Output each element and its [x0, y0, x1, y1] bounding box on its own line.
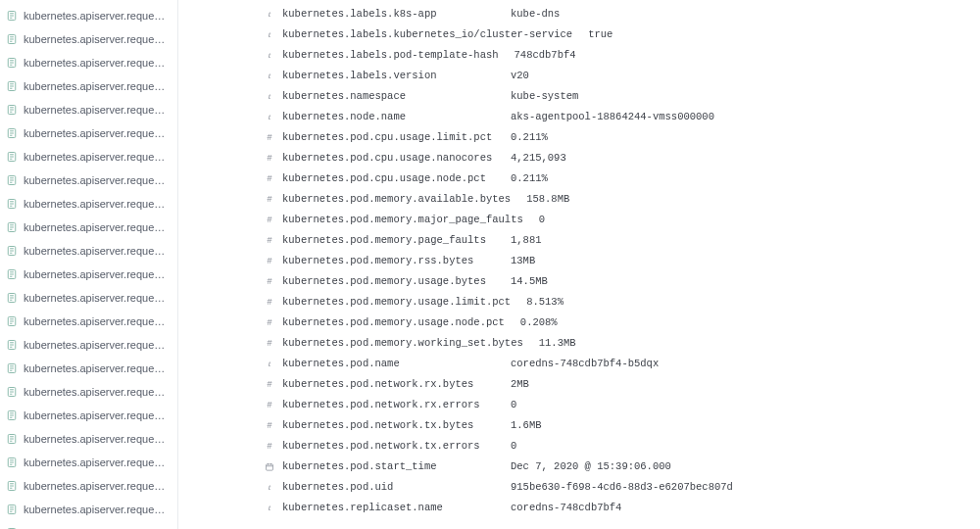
field-row[interactable]: # kubernetes.pod.cpu.usage.limit.pct 0.2… — [265, 127, 980, 148]
field-row[interactable]: # kubernetes.pod.network.tx.errors 0 — [265, 436, 980, 457]
sidebar-field-item[interactable]: kubernetes.apiserver.reque… — [0, 427, 177, 451]
number-type-icon: # — [265, 336, 274, 351]
sidebar-field-item[interactable]: kubernetes.apiserver.reque… — [0, 51, 177, 74]
sidebar-field-item[interactable]: kubernetes.apiserver.reque… — [0, 98, 177, 121]
sidebar-field-item[interactable]: kubernetes.apiserver.reque… — [0, 168, 177, 192]
sidebar-item-label: kubernetes.apiserver.reque… — [24, 78, 170, 94]
field-name: kubernetes.labels.pod-template-hash — [282, 48, 507, 63]
field-value: 11.3MB — [539, 336, 576, 351]
sidebar-field-item[interactable]: kubernetes.apiserver.reque… — [0, 145, 177, 168]
field-name: kubernetes.pod.network.rx.errors — [282, 398, 503, 412]
sidebar-field-item[interactable]: kubernetes.apiserver.reque… — [0, 404, 177, 427]
sidebar-item-label: kubernetes.apiserver.reque… — [24, 455, 170, 470]
field-row[interactable]: t kubernetes.node.name aks-agentpool-188… — [265, 107, 980, 127]
field-row[interactable]: # kubernetes.pod.cpu.usage.nanocores 4,2… — [265, 148, 980, 168]
field-value: 1,881 — [511, 233, 542, 248]
field-row[interactable]: # kubernetes.pod.network.rx.errors 0 — [265, 395, 980, 415]
sidebar-field-item[interactable]: kubernetes.apiserver.reque… — [0, 451, 177, 474]
field-row[interactable]: # kubernetes.pod.memory.available.bytes … — [265, 189, 980, 210]
text-type-icon: t — [265, 27, 274, 42]
field-row[interactable]: t kubernetes.replicaset.name coredns-748… — [265, 498, 980, 518]
field-row[interactable]: t kubernetes.pod.name coredns-748cdb7bf4… — [265, 354, 980, 374]
gutter — [178, 0, 265, 529]
field-row[interactable]: # kubernetes.pod.memory.working_set.byte… — [265, 333, 980, 354]
sidebar-field-item[interactable]: kubernetes.apiserver.reque… — [0, 74, 177, 98]
sidebar-field-item[interactable]: kubernetes.apiserver.reque… — [0, 521, 177, 529]
field-name: kubernetes.pod.memory.working_set.bytes — [282, 336, 531, 351]
sidebar-field-item[interactable]: kubernetes.apiserver.reque… — [0, 333, 177, 357]
field-name: kubernetes.replicaset.name — [282, 501, 503, 515]
field-row[interactable]: # kubernetes.pod.cpu.usage.node.pct 0.21… — [265, 168, 980, 189]
sidebar-field-item[interactable]: kubernetes.apiserver.reque… — [0, 286, 177, 310]
document-icon — [6, 245, 18, 257]
document-icon — [6, 33, 18, 45]
field-name: kubernetes.pod.memory.usage.bytes — [282, 274, 503, 289]
field-value: coredns-748cdb7bf4 — [511, 501, 621, 515]
sidebar-field-item[interactable]: kubernetes.apiserver.reque… — [0, 216, 177, 239]
sidebar-item-label: kubernetes.apiserver.reque… — [24, 125, 170, 141]
sidebar-item-label: kubernetes.apiserver.reque… — [24, 337, 170, 353]
document-icon — [6, 268, 18, 280]
sidebar-item-label: kubernetes.apiserver.reque… — [24, 502, 170, 517]
document-icon — [6, 480, 18, 492]
field-row[interactable]: t kubernetes.labels.kubernetes_io/cluste… — [265, 24, 980, 45]
field-row[interactable]: # kubernetes.pod.memory.page_faults 1,88… — [265, 230, 980, 251]
number-type-icon: # — [265, 418, 274, 433]
document-icon — [6, 457, 18, 468]
text-type-icon: t — [265, 357, 274, 371]
field-name: kubernetes.pod.memory.major_page_faults — [282, 213, 531, 227]
field-value: 14.5MB — [511, 274, 548, 289]
sidebar-field-item[interactable]: kubernetes.apiserver.reque… — [0, 27, 177, 51]
field-name: kubernetes.pod.memory.usage.node.pct — [282, 315, 513, 330]
field-row[interactable]: # kubernetes.pod.memory.rss.bytes 13MB — [265, 251, 980, 271]
document-icon — [6, 198, 18, 210]
date-type-icon — [265, 462, 274, 472]
sidebar-field-item[interactable]: kubernetes.apiserver.reque… — [0, 380, 177, 404]
field-row[interactable]: # kubernetes.pod.memory.major_page_fault… — [265, 210, 980, 230]
sidebar-field-item[interactable]: kubernetes.apiserver.reque… — [0, 357, 177, 380]
field-row[interactable]: # kubernetes.pod.network.tx.bytes 1.6MB — [265, 415, 980, 436]
field-row[interactable]: # kubernetes.pod.memory.usage.bytes 14.5… — [265, 271, 980, 292]
sidebar-field-item[interactable]: kubernetes.apiserver.reque… — [0, 121, 177, 145]
field-name: kubernetes.labels.k8s-app — [282, 7, 503, 22]
field-row[interactable]: t kubernetes.labels.k8s-app kube-dns — [265, 4, 980, 24]
text-type-icon: t — [265, 69, 274, 83]
text-type-icon: t — [265, 89, 274, 104]
sidebar-item-label: kubernetes.apiserver.reque… — [24, 525, 170, 529]
sidebar-item-label: kubernetes.apiserver.reque… — [24, 196, 170, 212]
document-icon — [6, 57, 18, 69]
field-row[interactable]: t kubernetes.labels.pod-template-hash 74… — [265, 45, 980, 66]
sidebar-item-label: kubernetes.apiserver.reque… — [24, 55, 170, 71]
sidebar-field-item[interactable]: kubernetes.apiserver.reque… — [0, 498, 177, 521]
sidebar-field-item[interactable]: kubernetes.apiserver.reque… — [0, 239, 177, 263]
sidebar-item-label: kubernetes.apiserver.reque… — [24, 31, 170, 47]
text-type-icon: t — [265, 110, 274, 124]
sidebar-item-label: kubernetes.apiserver.reque… — [24, 408, 170, 423]
text-type-icon: t — [265, 480, 274, 495]
field-row[interactable]: t kubernetes.labels.version v20 — [265, 66, 980, 86]
sidebar-field-item[interactable]: kubernetes.apiserver.reque… — [0, 310, 177, 333]
field-value: coredns-748cdb7bf4-b5dqx — [511, 357, 659, 371]
field-row[interactable]: # kubernetes.pod.memory.usage.limit.pct … — [265, 292, 980, 313]
field-row[interactable]: t kubernetes.pod.uid 915be630-f698-4cd6-… — [265, 477, 980, 498]
text-type-icon: t — [265, 48, 274, 63]
field-name: kubernetes.pod.name — [282, 357, 503, 371]
field-name: kubernetes.pod.memory.available.bytes — [282, 192, 518, 207]
field-row[interactable]: kubernetes.pod.start_time Dec 7, 2020 @ … — [265, 457, 980, 477]
number-type-icon: # — [265, 274, 274, 289]
field-row[interactable]: # kubernetes.pod.network.rx.bytes 2MB — [265, 374, 980, 395]
sidebar-field-item[interactable]: kubernetes.apiserver.reque… — [0, 192, 177, 216]
field-name: kubernetes.pod.cpu.usage.nanocores — [282, 151, 503, 166]
field-name: kubernetes.pod.uid — [282, 480, 503, 495]
field-row[interactable]: # kubernetes.pod.memory.usage.node.pct 0… — [265, 313, 980, 333]
field-name: kubernetes.pod.memory.usage.limit.pct — [282, 295, 518, 310]
document-icon — [6, 221, 18, 233]
sidebar-field-item[interactable]: kubernetes.apiserver.reque… — [0, 4, 177, 27]
field-name: kubernetes.pod.network.tx.errors — [282, 439, 503, 454]
document-icon — [6, 386, 18, 398]
sidebar-field-item[interactable]: kubernetes.apiserver.reque… — [0, 263, 177, 286]
field-row[interactable]: t kubernetes.namespace kube-system — [265, 86, 980, 107]
sidebar-field-item[interactable]: kubernetes.apiserver.reque… — [0, 474, 177, 498]
field-value: 0.211% — [511, 130, 548, 145]
field-value: 0.208% — [520, 315, 558, 330]
